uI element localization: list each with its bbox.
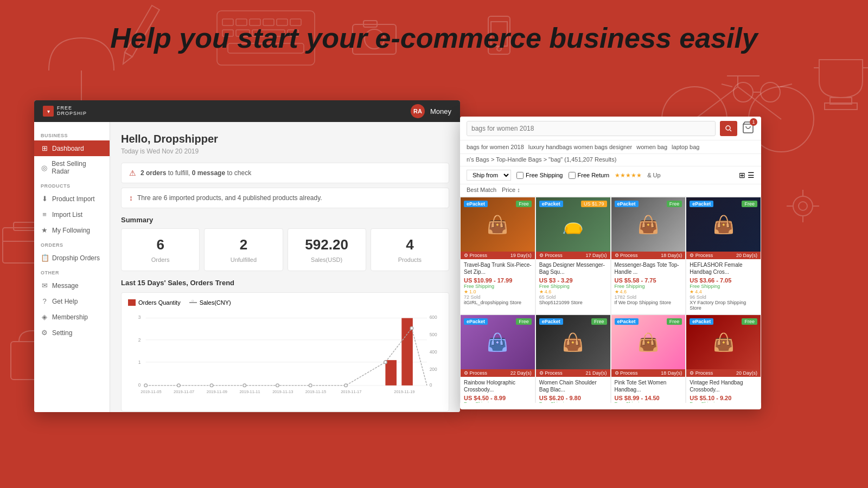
product-info-3: Messenger-Bags Tote Top-Handle ... US $5… — [611, 259, 686, 309]
svg-text:2019-11-07: 2019-11-07 — [174, 389, 194, 394]
sidebar-section-products: PRODUCTS — [34, 179, 110, 191]
svg-point-27 — [793, 196, 813, 216]
free-return-checkbox[interactable] — [569, 172, 576, 179]
search-button[interactable] — [720, 121, 737, 136]
sidebar-item-product-import[interactable]: ⬇ Product Import — [34, 191, 110, 207]
products-label: Products — [376, 256, 443, 263]
product-info-2: Bags Designer Messenger-Bag Squ... US $3… — [536, 259, 610, 309]
search-icon — [725, 125, 732, 132]
product-card-8[interactable]: 👜 ePacket Free ⚙ Process 20 Day(s) Vinta… — [686, 314, 761, 403]
svg-point-34 — [761, 82, 780, 102]
sidebar-item-import-list[interactable]: ≡ Import List — [34, 207, 110, 222]
price-badge-2: US $1.79 — [581, 201, 607, 207]
process-bar-7: ⚙ Process 18 Day(s) — [611, 369, 686, 377]
product-info-6: Women Chain Shoulder Bag Blac... US $6.2… — [536, 377, 610, 403]
svg-point-69 — [410, 327, 413, 330]
alert-products: ↕ Thre are 6 imported products, and 4 pu… — [121, 188, 449, 208]
product-card-6[interactable]: 👜 ePacket Free ⚙ Process 21 Day(s) Women… — [535, 314, 611, 403]
epacket-badge-6: ePacket — [539, 318, 563, 325]
svg-point-64 — [243, 384, 246, 387]
dashboard-topbar: ▾ FREE DROPSHIP RA Money — [34, 100, 460, 122]
svg-text:500: 500 — [430, 332, 437, 337]
hero-title: Help you start your e-commerce business … — [110, 22, 758, 54]
sidebar-item-dropship-orders[interactable]: 📋 Dropship Orders — [34, 250, 110, 266]
free-shipping-filter[interactable]: Free Shipping — [516, 172, 563, 179]
filters-bar: Ship from Free Shipping Free Return ★★★★… — [460, 166, 761, 184]
free-badge-3: Free — [667, 201, 682, 207]
list-icon: ≡ — [41, 210, 48, 219]
svg-point-68 — [384, 361, 387, 364]
help-icon: ? — [41, 297, 48, 305]
epacket-badge-8: ePacket — [690, 318, 713, 325]
svg-text:200: 200 — [430, 367, 437, 372]
process-bar-1: ⚙ Process 19 Day(s) — [461, 252, 535, 259]
logo-text: FREE DROPSHIP — [57, 106, 87, 117]
free-badge-1: Free — [516, 201, 532, 207]
sales-value: 592.20 — [293, 236, 360, 253]
membership-icon: ◈ — [41, 313, 48, 321]
sidebar-item-dashboard[interactable]: ⊞ Dashboard — [34, 140, 110, 156]
product-card-3[interactable]: 👜 ePacket Free ⚙ Process 18 Day(s) Messe… — [611, 197, 686, 314]
epacket-badge-2: ePacket — [539, 201, 563, 207]
cart-button[interactable]: 1 — [742, 121, 755, 136]
svg-line-3 — [738, 87, 781, 119]
svg-line-2 — [694, 87, 738, 119]
product-price-7: US $8.99 - 14.50 — [615, 395, 682, 401]
search-input[interactable] — [467, 121, 716, 136]
tag-4[interactable]: laptop bag — [672, 144, 699, 150]
product-card-4[interactable]: 👜 ePacket Free ⚙ Process 20 Day(s) HEFLA… — [686, 197, 761, 314]
legend-sales: Sales(CNY) — [189, 299, 231, 306]
product-card-1[interactable]: 👜 ePacket Free ⚙ Process 19 Day(s) Trave… — [460, 197, 535, 314]
sidebar-item-my-following[interactable]: ★ My Following — [34, 222, 110, 238]
sidebar-item-setting[interactable]: ⚙ Setting — [34, 325, 110, 341]
avatar: RA — [411, 104, 425, 118]
sidebar-item-message[interactable]: ✉ Message — [34, 278, 110, 293]
list-view-icon[interactable]: ☰ — [748, 171, 755, 179]
tag-3[interactable]: women bag — [636, 144, 667, 150]
product-card-5[interactable]: 👜 ePacket Free ⚙ Process 22 Day(s) Rainb… — [460, 314, 535, 403]
ship-from-select[interactable]: Ship from — [467, 170, 511, 181]
setting-icon: ⚙ — [41, 329, 48, 337]
tag-2[interactable]: luxury handbags women bags designer — [528, 144, 632, 150]
sidebar: BUSINESS ⊞ Dashboard ◎ Best Selling Rada… — [34, 122, 110, 412]
sidebar-item-best-selling[interactable]: ◎ Best Selling Radar — [34, 156, 110, 179]
products-value: 4 — [376, 236, 443, 253]
svg-rect-39 — [825, 103, 857, 110]
free-badge-5: Free — [516, 318, 532, 325]
svg-point-67 — [344, 384, 348, 387]
free-badge-7: Free — [667, 318, 682, 325]
product-card-7[interactable]: 👜 ePacket Free ⚙ Process 18 Day(s) Pink … — [611, 314, 686, 403]
import-icon: ⬇ — [41, 195, 48, 203]
free-shipping-checkbox[interactable] — [516, 172, 524, 179]
svg-text:2019-11-05: 2019-11-05 — [141, 389, 161, 394]
sort-price[interactable]: Price ↕ — [502, 187, 520, 193]
product-store-2: Shop5121099 Store — [539, 300, 607, 305]
product-shipping-6: Free Shipping — [539, 401, 607, 403]
sort-best-match[interactable]: Best Match — [467, 187, 496, 193]
product-sold-1: 72 Sold — [464, 294, 532, 300]
sidebar-item-membership[interactable]: ◈ Membership — [34, 309, 110, 325]
product-rating-2: ★ 4.6 — [539, 289, 607, 294]
svg-point-28 — [799, 202, 807, 210]
sidebar-item-get-help[interactable]: ? Get Help — [34, 293, 110, 309]
greeting: Hello, Dropshipper — [121, 133, 449, 145]
ecom-window: 1 bags for women 2018 luxury handbags wo… — [460, 117, 761, 409]
sidebar-section-orders: ORDERS — [34, 238, 110, 250]
free-badge-4: Free — [742, 201, 757, 207]
product-price-3: US $5.58 - 7.75 — [615, 277, 682, 284]
money-button[interactable]: Money — [430, 107, 451, 115]
product-card-2[interactable]: 👝 ePacket US $1.79 ⚙ Process 17 Day(s) B… — [535, 197, 611, 314]
product-shipping-8: Free Shipping — [690, 401, 757, 403]
legend-bar-icon — [128, 299, 136, 306]
svg-text:2: 2 — [138, 337, 141, 343]
product-title-7: Pink Tote Set Women Handbag... — [615, 379, 682, 393]
svg-point-62 — [177, 384, 181, 387]
legend-orders: Orders Quantity — [128, 299, 181, 306]
svg-point-61 — [144, 384, 148, 387]
date-text: Today is Wed Nov 20 2019 — [121, 147, 449, 155]
grid-view-icon[interactable]: ⊞ — [739, 171, 745, 179]
sort-bar: Best Match Price ↕ — [460, 184, 761, 197]
svg-point-78 — [726, 126, 730, 130]
tag-1[interactable]: bags for women 2018 — [467, 144, 524, 150]
free-return-filter[interactable]: Free Return — [569, 172, 610, 179]
